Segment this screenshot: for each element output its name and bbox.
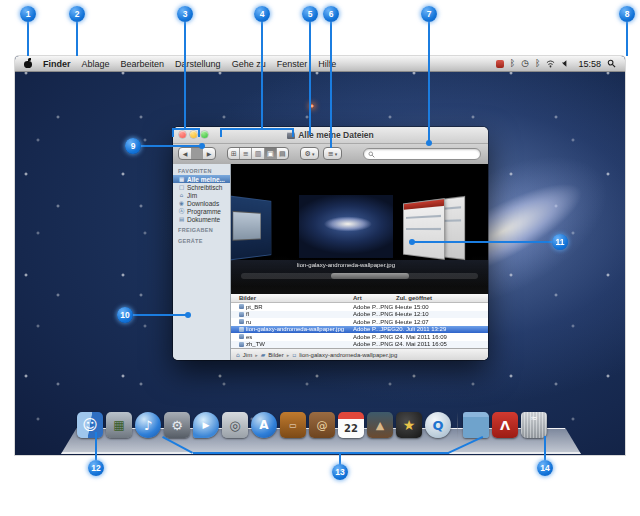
- sidebar-item-label: Programme: [187, 208, 221, 215]
- downloads-icon: ◉: [178, 200, 185, 206]
- menu-finder[interactable]: Finder: [43, 59, 71, 69]
- callout-badge-14: 14: [537, 460, 553, 476]
- view-control: ⊞ ≡ ▥ ▣ ▤: [227, 147, 289, 160]
- wifi-icon[interactable]: [546, 59, 555, 68]
- coverflow-scrollbar[interactable]: [241, 273, 478, 279]
- callout-line-12: [95, 432, 97, 460]
- dock-mission-control-icon[interactable]: ▦: [106, 412, 132, 438]
- dock-itunes-icon[interactable]: ♪: [135, 412, 161, 438]
- dock-finder-icon[interactable]: ☺: [77, 412, 103, 438]
- callout-badge-7: 7: [421, 6, 437, 22]
- sidebar-item-applications[interactable]: Ⓐ Programme: [173, 207, 230, 215]
- callout-badge-11: 11: [552, 234, 568, 250]
- table-row[interactable]: zh_TW Adobe P...PNG file 24. Mai 2011 16…: [231, 341, 488, 349]
- callout-dot-9: [199, 143, 205, 149]
- icon-view-button[interactable]: ⊞: [228, 148, 240, 159]
- dock: ☺ ▦ ♪ ⚙ ▶ ◎ A ▭ @ 22 ▲ ★ Q Λ ≈: [77, 408, 550, 438]
- sidebar-section-shares: FREIGABEN: [173, 223, 230, 234]
- back-button[interactable]: ◀: [179, 150, 191, 157]
- arrange-view-button[interactable]: ▤: [277, 148, 288, 159]
- coverflow-selected-cover[interactable]: [299, 195, 393, 258]
- documents-icon: ▤: [178, 216, 185, 222]
- dock-disk-utility-icon[interactable]: ◎: [222, 412, 248, 438]
- action-menu-button[interactable]: ⚙ ▾: [300, 147, 319, 160]
- menu-bearbeiten[interactable]: Bearbeiten: [121, 59, 165, 69]
- callout-line-14: [544, 436, 546, 460]
- sidebar-section-devices: GERÄTE: [173, 234, 230, 245]
- table-row[interactable]: es Adobe P...PNG file 24. Mai 2011 16:09: [231, 333, 488, 341]
- sidebar-item-label: Dokumente: [187, 216, 220, 223]
- sidebar-item-home[interactable]: ⌂ Jim: [173, 191, 230, 199]
- callout-line-9: [141, 145, 203, 147]
- dock-iphoto-icon[interactable]: ▲: [367, 412, 393, 438]
- callout-dot-10: [185, 312, 191, 318]
- volume-icon[interactable]: [561, 59, 570, 68]
- table-row[interactable]: pt_BR Adobe P...PNG file Heute 15:00: [231, 303, 488, 311]
- table-row[interactable]: ru Adobe P...PNG file Heute 12:07: [231, 318, 488, 326]
- time-machine-icon[interactable]: ◷: [521, 56, 529, 71]
- column-name[interactable]: Bilder: [231, 295, 353, 301]
- callout-line-4: [261, 22, 263, 128]
- column-kind[interactable]: Art: [353, 295, 396, 301]
- callout-line-13: [193, 452, 449, 454]
- sidebar-item-downloads[interactable]: ◉ Downloads: [173, 199, 230, 207]
- file-list: pt_BR Adobe P...PNG file Heute 15:00 fl …: [231, 303, 488, 348]
- menu-clock[interactable]: 15:58: [578, 59, 601, 69]
- menu-ablage[interactable]: Ablage: [82, 59, 110, 69]
- dock-adobe-reader-icon[interactable]: Λ: [492, 412, 518, 438]
- dock-keynote-icon[interactable]: ▭: [280, 412, 306, 438]
- sidebar-item-label: Downloads: [187, 200, 219, 207]
- column-opened[interactable]: Zul. geöffnet: [396, 295, 488, 301]
- callout-badge-13: 13: [332, 464, 348, 480]
- coverflow-view[interactable]: lion-galaxy-andromeda-wallpaper.jpg: [231, 164, 488, 294]
- apple-menu-icon[interactable]: [24, 59, 32, 68]
- file-thumbnail: [239, 319, 244, 324]
- file-thumbnail: [239, 334, 244, 339]
- menu-hilfe[interactable]: Hilfe: [318, 59, 336, 69]
- bluetooth-icon[interactable]: ᛒ: [510, 56, 515, 71]
- spotlight-icon[interactable]: [607, 59, 616, 68]
- list-header[interactable]: Bilder Art Zul. geöffnet: [231, 294, 488, 303]
- dock-address-book-icon[interactable]: @: [309, 412, 335, 438]
- item-arrangement-button[interactable]: ≡ ▾: [323, 147, 342, 160]
- search-icon: [368, 151, 375, 158]
- menu-bar: Finder Ablage Bearbeiten Darstellung Geh…: [15, 56, 625, 72]
- coverflow-left-cover[interactable]: [231, 196, 271, 261]
- callout-bracket-4-tick: [220, 128, 222, 137]
- dock-imovie-icon[interactable]: ★: [396, 412, 422, 438]
- home-icon: ⌂: [236, 351, 240, 358]
- dock-ical-icon[interactable]: 22: [338, 412, 364, 438]
- table-row[interactable]: fl Adobe P...PNG file Heute 12:10: [231, 311, 488, 319]
- path-item-home[interactable]: Jim: [243, 352, 252, 358]
- list-view-button[interactable]: ≡: [240, 148, 252, 159]
- path-item-file[interactable]: lion-galaxy-andromeda-wallpaper.jpg: [299, 352, 397, 358]
- input-menu-icon[interactable]: ᛒ: [535, 56, 540, 71]
- status-app-icon[interactable]: [496, 60, 504, 68]
- menu-fenster[interactable]: Fenster: [277, 59, 308, 69]
- table-row-selected[interactable]: lion-galaxy-andromeda-wallpaper.jpg Adob…: [231, 326, 488, 334]
- forward-button[interactable]: ▶: [203, 150, 215, 157]
- sidebar-item-documents[interactable]: ▤ Dokumente: [173, 215, 230, 223]
- dock-trash-icon[interactable]: ≈: [521, 412, 547, 438]
- column-view-button[interactable]: ▥: [252, 148, 264, 159]
- path-item-folder[interactable]: Bilder: [268, 352, 283, 358]
- coverflow-view-button[interactable]: ▣: [265, 148, 277, 159]
- window-main: lion-galaxy-andromeda-wallpaper.jpg Bild…: [231, 164, 488, 360]
- coverflow-scroll-handle[interactable]: [331, 273, 409, 279]
- callout-badge-2: 2: [69, 6, 85, 22]
- dock-system-preferences-icon[interactable]: ⚙: [164, 412, 190, 438]
- callout-bracket-3: [172, 128, 200, 130]
- dock-documents-folder-icon[interactable]: [463, 412, 489, 438]
- coverflow-right-cover[interactable]: [404, 199, 444, 258]
- dock-app-store-icon[interactable]: A: [251, 412, 277, 438]
- menu-darstellung[interactable]: Darstellung: [175, 59, 221, 69]
- dock-ichat-icon[interactable]: ▶: [193, 412, 219, 438]
- callout-bracket-4-tick: [292, 128, 294, 137]
- callout-line-2: [76, 22, 78, 56]
- sidebar-item-desktop[interactable]: □ Schreibtisch: [173, 183, 230, 191]
- dock-quicktime-icon[interactable]: Q: [425, 412, 451, 438]
- search-field[interactable]: [363, 148, 481, 160]
- finder-window: Alle meine Dateien ◀ ▶ ⊞ ≡ ▥ ▣ ▤ ⚙: [173, 127, 488, 360]
- callout-badge-9: 9: [125, 138, 141, 154]
- sidebar-item-all-my-files[interactable]: ▦ Alle meine...: [173, 175, 230, 183]
